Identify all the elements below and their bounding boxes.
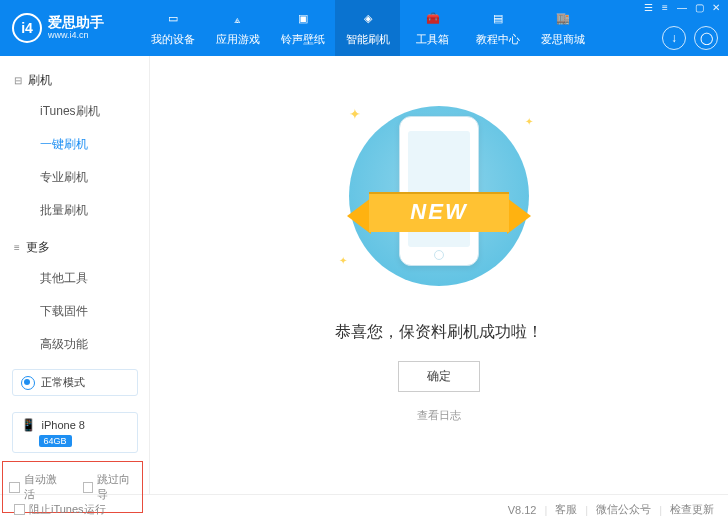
sidebar-section-flash[interactable]: ⊟ 刷机 <box>0 66 149 95</box>
flash-icon: ◈ <box>359 10 377 28</box>
collapse-icon: ⊟ <box>14 75 22 86</box>
device-icon: ▭ <box>164 10 182 28</box>
tutorial-icon: ▤ <box>489 10 507 28</box>
new-ribbon: NEW <box>339 186 539 240</box>
confirm-button[interactable]: 确定 <box>398 361 480 392</box>
maximize-icon[interactable]: ▢ <box>691 2 707 13</box>
close-icon[interactable]: ✕ <box>708 2 724 13</box>
sidebar-section-more[interactable]: ≡ 更多 <box>0 233 149 262</box>
minimize-icon[interactable]: — <box>674 2 690 13</box>
sparkle-icon: ✦ <box>339 255 347 266</box>
success-illustration: ✦ ✦ ✦ NEW <box>309 96 569 296</box>
device-name: iPhone 8 <box>42 419 85 431</box>
checkbox-auto-activate[interactable]: 自动激活 <box>3 468 67 506</box>
sparkle-icon: ✦ <box>349 106 361 122</box>
checkbox-icon <box>9 482 20 493</box>
user-button[interactable]: ◯ <box>694 26 718 50</box>
sidebar-item-pro-flash[interactable]: 专业刷机 <box>0 161 149 194</box>
support-link[interactable]: 客服 <box>555 502 577 517</box>
sidebar: ⊟ 刷机 iTunes刷机 一键刷机 专业刷机 批量刷机 ≡ 更多 其他工具 下… <box>0 56 150 494</box>
checkbox-icon <box>83 482 94 493</box>
apps-icon: ⟁ <box>229 10 247 28</box>
nav-flash[interactable]: ◈智能刷机 <box>335 0 400 56</box>
view-log-link[interactable]: 查看日志 <box>417 408 461 423</box>
menu-icon[interactable]: ☰ <box>640 2 656 13</box>
sidebar-item-download-firmware[interactable]: 下载固件 <box>0 295 149 328</box>
list-icon[interactable]: ≡ <box>657 2 673 13</box>
nav-tabs: ▭我的设备 ⟁应用游戏 ▣铃声壁纸 ◈智能刷机 🧰工具箱 ▤教程中心 🏬爱思商城 <box>140 0 595 56</box>
version-label: V8.12 <box>508 504 537 516</box>
content: ✦ ✦ ✦ NEW 恭喜您，保资料刷机成功啦！ 确定 查看日志 <box>150 56 728 494</box>
mode-indicator[interactable]: 正常模式 <box>12 369 138 396</box>
nav-apps[interactable]: ⟁应用游戏 <box>205 0 270 56</box>
nav-store[interactable]: 🏬爱思商城 <box>530 0 595 56</box>
sidebar-item-other-tools[interactable]: 其他工具 <box>0 262 149 295</box>
sidebar-item-oneclick-flash[interactable]: 一键刷机 <box>0 128 149 161</box>
ringtone-icon: ▣ <box>294 10 312 28</box>
download-button[interactable]: ↓ <box>662 26 686 50</box>
sparkle-icon: ✦ <box>525 116 533 127</box>
collapse-icon: ≡ <box>14 242 20 253</box>
check-update-link[interactable]: 检查更新 <box>670 502 714 517</box>
mode-dot-icon <box>21 376 35 390</box>
logo[interactable]: i4 爱思助手 www.i4.cn <box>12 13 140 43</box>
nav-tools[interactable]: 🧰工具箱 <box>400 0 465 56</box>
wechat-link[interactable]: 微信公众号 <box>596 502 651 517</box>
sidebar-item-batch-flash[interactable]: 批量刷机 <box>0 194 149 227</box>
checkbox-block-itunes[interactable]: 阻止iTunes运行 <box>14 502 106 517</box>
header-round-buttons: ↓ ◯ <box>662 26 718 50</box>
checkbox-skip-guide[interactable]: 跳过向导 <box>77 468 141 506</box>
nav-my-device[interactable]: ▭我的设备 <box>140 0 205 56</box>
app-name: 爱思助手 <box>48 15 104 30</box>
header: i4 爱思助手 www.i4.cn ▭我的设备 ⟁应用游戏 ▣铃声壁纸 ◈智能刷… <box>0 0 728 56</box>
nav-tutorials[interactable]: ▤教程中心 <box>465 0 530 56</box>
success-message: 恭喜您，保资料刷机成功啦！ <box>335 322 543 343</box>
store-icon: 🏬 <box>554 10 572 28</box>
nav-ringtones[interactable]: ▣铃声壁纸 <box>270 0 335 56</box>
toolbox-icon: 🧰 <box>424 10 442 28</box>
logo-icon: i4 <box>12 13 42 43</box>
sidebar-item-advanced[interactable]: 高级功能 <box>0 328 149 361</box>
device-indicator[interactable]: 📱 iPhone 8 64GB <box>12 412 138 453</box>
phone-icon: 📱 <box>21 418 36 432</box>
sidebar-item-itunes-flash[interactable]: iTunes刷机 <box>0 95 149 128</box>
checkbox-icon <box>14 504 25 515</box>
storage-badge: 64GB <box>39 435 72 447</box>
app-url: www.i4.cn <box>48 31 104 41</box>
window-controls: ☰ ≡ — ▢ ✕ <box>640 2 724 13</box>
